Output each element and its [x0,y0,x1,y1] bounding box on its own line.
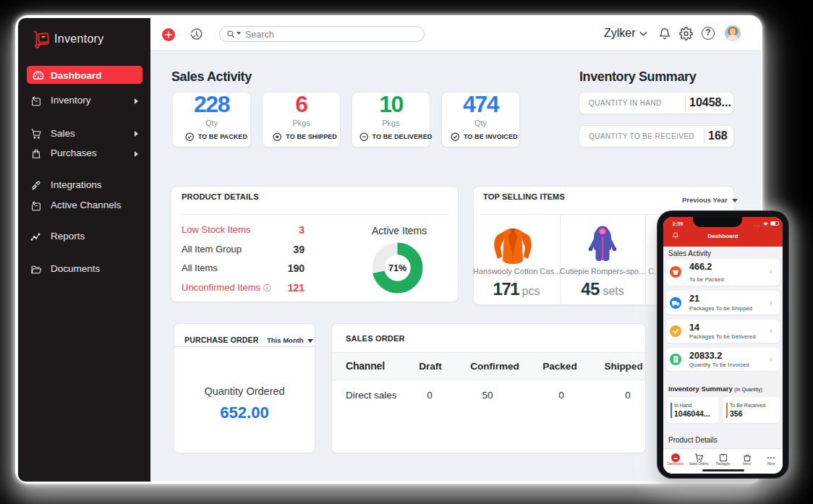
svg-text:71%: 71% [388,263,406,273]
